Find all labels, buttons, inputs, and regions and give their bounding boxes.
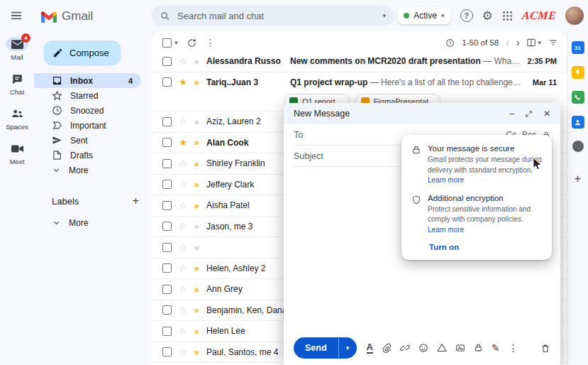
refresh-icon[interactable] bbox=[187, 38, 197, 48]
attach-icon[interactable] bbox=[382, 343, 392, 353]
add-label-button[interactable]: + bbox=[133, 195, 139, 207]
row-checkbox[interactable] bbox=[162, 138, 172, 147]
link-icon[interactable] bbox=[400, 343, 410, 353]
importance-marker-icon[interactable]: » bbox=[192, 222, 201, 231]
search-options-caret-icon[interactable]: ▾ bbox=[382, 13, 386, 19]
image-icon[interactable] bbox=[455, 343, 465, 353]
email-row[interactable]: ☆ » Alessandra Russo New comments on MCR… bbox=[151, 51, 567, 72]
importance-marker-icon[interactable]: » bbox=[192, 180, 201, 189]
importance-marker-icon[interactable]: » bbox=[192, 77, 201, 87]
rail-item-chat[interactable]: Chat bbox=[6, 72, 28, 96]
search-bar[interactable]: Search mail and chat ▾ bbox=[151, 5, 394, 26]
star-toggle-icon[interactable]: ☆ bbox=[178, 285, 188, 294]
contacts-icon[interactable] bbox=[572, 116, 584, 129]
filter-icon[interactable] bbox=[548, 38, 558, 48]
formatting-icon[interactable]: A bbox=[367, 342, 373, 354]
trash-icon[interactable] bbox=[540, 343, 550, 354]
sidebar-item-sent[interactable]: Sent bbox=[34, 133, 141, 148]
compose-button[interactable]: Compose bbox=[44, 40, 121, 65]
row-checkbox[interactable] bbox=[162, 327, 172, 336]
sidebar-item-starred[interactable]: Starred bbox=[34, 88, 141, 103]
row-checkbox[interactable] bbox=[162, 222, 172, 231]
learn-more-link[interactable]: Learn more bbox=[428, 226, 464, 234]
row-checkbox[interactable] bbox=[162, 201, 172, 210]
get-addons-icon[interactable]: + bbox=[575, 173, 582, 185]
select-dropdown-caret-icon[interactable]: ▾ bbox=[174, 40, 178, 46]
sidebar-item-drafts[interactable]: Drafts bbox=[34, 148, 141, 163]
chevron-left-icon[interactable]: ‹ bbox=[506, 38, 509, 48]
row-checkbox[interactable] bbox=[162, 243, 172, 252]
row-checkbox[interactable] bbox=[162, 263, 172, 273]
email-row[interactable]: ★ » Tariq..Juan 3 Q1 project wrap-up — H… bbox=[151, 72, 567, 93]
row-checkbox[interactable] bbox=[162, 180, 172, 189]
star-toggle-icon[interactable]: ☆ bbox=[178, 347, 188, 356]
select-all-checkbox[interactable] bbox=[162, 38, 172, 48]
search-input[interactable]: Search mail and chat bbox=[177, 11, 375, 21]
confidential-lock-icon[interactable] bbox=[474, 343, 483, 352]
importance-marker-icon[interactable]: » bbox=[192, 347, 201, 356]
settings-gear-icon[interactable]: ⚙ bbox=[482, 10, 493, 22]
user-avatar[interactable] bbox=[565, 6, 584, 25]
star-toggle-icon[interactable]: ☆ bbox=[178, 327, 188, 336]
row-checkbox[interactable] bbox=[162, 285, 172, 294]
help-icon[interactable]: ? bbox=[460, 9, 473, 22]
row-checkbox[interactable] bbox=[162, 159, 172, 168]
chevron-right-icon[interactable]: › bbox=[516, 38, 520, 48]
row-checkbox[interactable] bbox=[162, 57, 172, 66]
emoji-icon[interactable] bbox=[418, 343, 428, 353]
importance-marker-icon[interactable]: » bbox=[192, 327, 201, 336]
labels-more[interactable]: More bbox=[34, 215, 141, 230]
rail-item-mail[interactable]: 4 Mail bbox=[6, 37, 28, 61]
calendar-icon[interactable]: 31 bbox=[572, 41, 584, 54]
star-toggle-icon[interactable]: ☆ bbox=[178, 263, 188, 273]
importance-marker-icon[interactable]: » bbox=[192, 57, 201, 66]
apps-grid-icon[interactable] bbox=[502, 11, 513, 21]
drive-icon[interactable] bbox=[437, 343, 447, 352]
star-toggle-icon[interactable]: ☆ bbox=[178, 222, 188, 231]
star-toggle-icon[interactable]: ☆ bbox=[178, 117, 188, 126]
send-options-caret-icon[interactable]: ▾ bbox=[339, 337, 357, 359]
addon-icon[interactable] bbox=[572, 141, 584, 152]
importance-marker-icon[interactable]: » bbox=[192, 243, 201, 252]
importance-marker-icon[interactable]: » bbox=[192, 263, 201, 273]
importance-marker-icon[interactable]: » bbox=[192, 305, 201, 315]
open-in-full-icon[interactable] bbox=[525, 110, 533, 118]
turn-on-button[interactable]: Turn on bbox=[429, 243, 542, 251]
rail-item-spaces[interactable]: Spaces bbox=[6, 107, 28, 131]
split-view-toggle[interactable]: ▾ bbox=[526, 38, 541, 48]
row-checkbox[interactable] bbox=[162, 117, 172, 126]
sidebar-item-inbox[interactable]: Inbox 4 bbox=[34, 73, 141, 88]
sidebar-item-more[interactable]: More bbox=[34, 163, 141, 178]
signature-pen-icon[interactable]: ✎ bbox=[492, 343, 500, 353]
star-toggle-icon[interactable]: ★ bbox=[178, 138, 188, 147]
row-checkbox[interactable] bbox=[162, 305, 172, 315]
importance-marker-icon[interactable]: » bbox=[192, 201, 201, 210]
importance-marker-icon[interactable]: » bbox=[192, 159, 201, 168]
rail-item-meet[interactable]: Meet bbox=[6, 141, 28, 165]
keep-icon[interactable] bbox=[572, 66, 584, 79]
star-toggle-icon[interactable]: ☆ bbox=[178, 243, 188, 252]
learn-more-link[interactable]: Learn more bbox=[428, 176, 464, 184]
availability-status-dropdown[interactable]: Active ▾ bbox=[397, 7, 450, 24]
row-checkbox[interactable] bbox=[162, 347, 172, 356]
minimize-icon[interactable]: – bbox=[509, 109, 514, 118]
more-options-icon[interactable]: ⋮ bbox=[509, 343, 518, 353]
compose-header[interactable]: New Message – ✕ bbox=[284, 103, 560, 124]
sidebar-item-snoozed[interactable]: Snoozed bbox=[34, 103, 141, 118]
hamburger-menu-icon[interactable] bbox=[11, 11, 22, 21]
voice-icon[interactable] bbox=[572, 91, 584, 104]
star-toggle-icon[interactable]: ☆ bbox=[178, 180, 188, 189]
sidebar-item-important[interactable]: Important bbox=[34, 118, 141, 133]
close-icon[interactable]: ✕ bbox=[543, 109, 550, 118]
star-toggle-icon[interactable]: ☆ bbox=[178, 159, 188, 168]
more-options-icon[interactable]: ⋮ bbox=[206, 38, 216, 48]
star-toggle-icon[interactable]: ☆ bbox=[178, 201, 188, 210]
importance-marker-icon[interactable]: » bbox=[192, 285, 201, 294]
importance-marker-icon[interactable]: » bbox=[192, 117, 201, 126]
star-toggle-icon[interactable]: ☆ bbox=[178, 305, 188, 315]
row-checkbox[interactable] bbox=[162, 77, 172, 87]
star-toggle-icon[interactable]: ★ bbox=[178, 77, 188, 87]
importance-marker-icon[interactable]: » bbox=[192, 138, 201, 147]
send-button[interactable]: Send ▾ bbox=[294, 337, 357, 359]
star-toggle-icon[interactable]: ☆ bbox=[178, 57, 188, 66]
